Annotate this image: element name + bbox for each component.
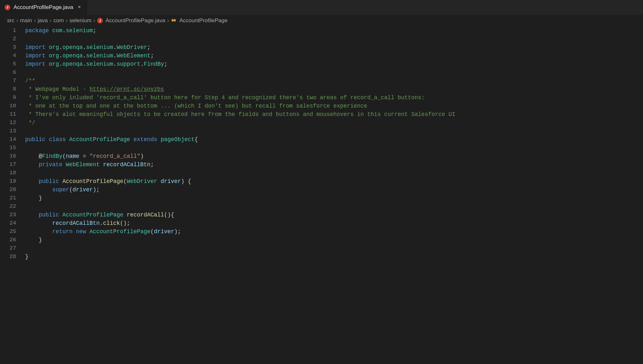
- line-number: 25: [0, 227, 16, 236]
- code-line[interactable]: [25, 35, 643, 43]
- line-number: 10: [0, 102, 16, 110]
- line-number-gutter: 1234567891011121314151617181920212223242…: [0, 26, 25, 261]
- line-number: 7: [0, 77, 16, 85]
- line-number: 27: [0, 244, 16, 253]
- code-line[interactable]: }: [25, 194, 643, 202]
- code-line[interactable]: public AccountProfilePage recordACall(){: [25, 211, 643, 219]
- breadcrumb-item-src[interactable]: src: [7, 17, 15, 24]
- line-number: 3: [0, 43, 16, 52]
- java-file-icon: J: [97, 18, 103, 24]
- code-line[interactable]: private WebElement recordACallBtn;: [25, 160, 643, 169]
- breadcrumb-item-file[interactable]: AccountProfilePage.java: [105, 17, 165, 24]
- code-line[interactable]: @FindBy(name = "record_a_call"): [25, 152, 643, 160]
- line-number: 9: [0, 93, 16, 102]
- code-line[interactable]: import org.openqa.selenium.support.FindB…: [25, 60, 643, 68]
- chevron-right-icon: ›: [34, 17, 36, 24]
- line-number: 5: [0, 60, 16, 68]
- code-line[interactable]: import org.openqa.selenium.WebDriver;: [25, 43, 643, 52]
- breadcrumb-item-main[interactable]: main: [20, 17, 32, 24]
- line-number: 19: [0, 177, 16, 186]
- line-number: 28: [0, 253, 16, 261]
- code-line[interactable]: package com.selenium;: [25, 26, 643, 35]
- code-line[interactable]: super(driver);: [25, 186, 643, 194]
- line-number: 2: [0, 35, 16, 43]
- close-icon[interactable]: ×: [76, 4, 82, 11]
- breadcrumb-item-selenium[interactable]: selenium: [70, 17, 92, 24]
- tab-label: AccountProfilePage.java: [14, 4, 73, 11]
- tab-bar-empty: [87, 0, 643, 15]
- code-line[interactable]: * I've only inluded 'record_a_call' butt…: [25, 93, 643, 102]
- tab-bar: J AccountProfilePage.java ×: [0, 0, 643, 15]
- line-number: 16: [0, 152, 16, 160]
- java-file-icon: J: [5, 5, 10, 10]
- line-number: 12: [0, 119, 16, 127]
- chevron-right-icon: ›: [16, 17, 18, 24]
- line-number: 26: [0, 236, 16, 244]
- code-content[interactable]: package com.selenium; import org.openqa.…: [25, 26, 643, 261]
- class-symbol-icon: [171, 18, 177, 24]
- code-line[interactable]: public class AccountProfilePage extends …: [25, 135, 643, 144]
- line-number: 6: [0, 68, 16, 77]
- breadcrumb-item-symbol[interactable]: AccountProfilePage: [179, 17, 227, 24]
- code-line[interactable]: [25, 127, 643, 135]
- line-number: 11: [0, 110, 16, 119]
- breadcrumb-item-java[interactable]: java: [38, 17, 48, 24]
- line-number: 14: [0, 135, 16, 144]
- breadcrumb: src › main › java › com › selenium › J A…: [0, 15, 643, 26]
- code-line[interactable]: [25, 169, 643, 177]
- editor-tab-active[interactable]: J AccountProfilePage.java ×: [0, 0, 87, 15]
- line-number: 8: [0, 85, 16, 93]
- code-line[interactable]: [25, 244, 643, 253]
- code-line[interactable]: * There's alot meaningful objects to be …: [25, 110, 643, 119]
- chevron-right-icon: ›: [167, 17, 169, 24]
- code-line[interactable]: [25, 68, 643, 77]
- code-line[interactable]: [25, 144, 643, 152]
- line-number: 15: [0, 144, 16, 152]
- code-line[interactable]: /**: [25, 77, 643, 85]
- code-line[interactable]: public AccountProfilePage(WebDriver driv…: [25, 177, 643, 186]
- code-line[interactable]: [25, 202, 643, 211]
- chevron-right-icon: ›: [50, 17, 52, 24]
- breadcrumb-item-com[interactable]: com: [54, 17, 64, 24]
- chevron-right-icon: ›: [94, 17, 95, 24]
- code-line[interactable]: * Webpage Model - https://prnt.sc/snvzbs: [25, 85, 643, 93]
- line-number: 21: [0, 194, 16, 202]
- line-number: 17: [0, 160, 16, 169]
- line-number: 24: [0, 219, 16, 227]
- code-editor[interactable]: 1234567891011121314151617181920212223242…: [0, 26, 643, 261]
- line-number: 22: [0, 202, 16, 211]
- code-line[interactable]: return new AccountProfilePage(driver);: [25, 227, 643, 236]
- line-number: 13: [0, 127, 16, 135]
- code-line[interactable]: import org.openqa.selenium.WebElement;: [25, 52, 643, 60]
- chevron-right-icon: ›: [66, 17, 68, 24]
- line-number: 23: [0, 211, 16, 219]
- line-number: 1: [0, 26, 16, 35]
- code-line[interactable]: }: [25, 253, 643, 261]
- code-line[interactable]: */: [25, 119, 643, 127]
- line-number: 4: [0, 52, 16, 60]
- code-line[interactable]: * one at the top and one at the bottom .…: [25, 102, 643, 110]
- code-line[interactable]: recordACallBtn.click();: [25, 219, 643, 227]
- line-number: 18: [0, 169, 16, 177]
- code-line[interactable]: }: [25, 236, 643, 244]
- line-number: 20: [0, 186, 16, 194]
